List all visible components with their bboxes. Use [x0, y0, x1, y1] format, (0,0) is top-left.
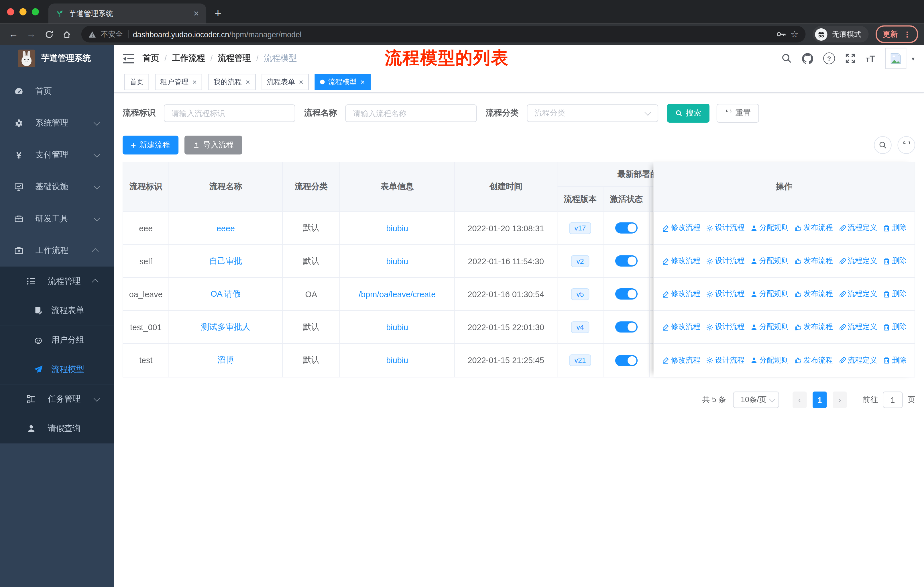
action-assign-link[interactable]: 分配规则 [750, 256, 789, 266]
bookmark-star-icon[interactable]: ☆ [790, 29, 799, 40]
action-assign-link[interactable]: 分配规则 [750, 289, 789, 299]
action-design-link[interactable]: 设计流程 [706, 289, 745, 299]
tab-close-icon[interactable]: ✕ [193, 10, 200, 18]
action-publish-link[interactable]: 发布流程 [794, 256, 833, 266]
tag-close-icon[interactable]: ✕ [246, 79, 250, 85]
action-assign-link[interactable]: 分配规则 [750, 356, 789, 365]
action-delete-link[interactable]: 删除 [883, 223, 906, 233]
action-publish-link[interactable]: 发布流程 [794, 223, 833, 233]
page-number-current[interactable]: 1 [813, 392, 827, 408]
reset-button[interactable]: 重置 [717, 104, 759, 123]
page-size-select[interactable]: 10条/页 [733, 392, 779, 408]
action-delete-link[interactable]: 删除 [883, 289, 906, 299]
close-window-icon[interactable] [7, 8, 14, 15]
action-publish-link[interactable]: 发布流程 [794, 356, 833, 365]
sidebar-item-10[interactable]: 任务管理 [0, 384, 114, 414]
password-key-icon[interactable] [776, 31, 786, 38]
process-key-input[interactable] [164, 104, 295, 122]
form-info-link[interactable]: biubiu [386, 356, 408, 365]
font-size-icon[interactable]: TT [866, 53, 875, 63]
goto-page-input[interactable] [883, 392, 903, 408]
process-name-input[interactable] [345, 104, 477, 122]
action-edit-link[interactable]: 修改流程 [662, 223, 700, 233]
action-edit-link[interactable]: 修改流程 [662, 289, 700, 299]
sidebar-item-1[interactable]: 系统管理 [0, 107, 114, 139]
table-refresh-button[interactable] [898, 136, 915, 154]
model-name-link[interactable]: 滔博 [218, 355, 234, 366]
update-button[interactable]: 更新 ⋮ [876, 25, 918, 43]
fullscreen-icon[interactable] [845, 53, 856, 64]
model-name-link[interactable]: eeee [216, 223, 235, 233]
action-delete-link[interactable]: 删除 [883, 256, 906, 266]
github-icon[interactable] [802, 53, 813, 64]
model-name-link[interactable]: 自己审批 [209, 256, 242, 266]
action-assign-link[interactable]: 分配规则 [750, 322, 789, 332]
tag-item[interactable]: 租户管理✕ [155, 74, 202, 90]
breadcrumb-item[interactable]: 首页 [143, 53, 159, 64]
new-tab-button[interactable]: + [214, 7, 221, 20]
tag-item[interactable]: 流程表单✕ [261, 74, 309, 90]
action-definition-link[interactable]: 流程定义 [838, 289, 877, 299]
action-delete-link[interactable]: 删除 [883, 356, 906, 365]
sidebar-item-2[interactable]: ¥支付管理 [0, 139, 114, 171]
sidebar-item-11[interactable]: 请假查询 [0, 414, 114, 443]
action-edit-link[interactable]: 修改流程 [662, 256, 700, 266]
home-icon[interactable] [59, 26, 74, 42]
action-edit-link[interactable]: 修改流程 [662, 322, 700, 332]
form-info-link[interactable]: /bpm/oa/leave/create [359, 289, 436, 299]
sidebar-item-6[interactable]: 流程管理 [0, 266, 114, 296]
sidebar-item-8[interactable]: 用户分组 [0, 326, 114, 355]
import-model-button[interactable]: 导入流程 [184, 136, 242, 154]
prev-page-button[interactable]: ‹ [792, 392, 807, 408]
form-info-link[interactable]: biubiu [386, 223, 408, 233]
active-toggle[interactable] [615, 255, 638, 266]
window-controls[interactable] [7, 8, 39, 15]
active-toggle[interactable] [615, 222, 638, 233]
form-info-link[interactable]: biubiu [386, 322, 408, 332]
action-definition-link[interactable]: 流程定义 [838, 322, 877, 332]
action-publish-link[interactable]: 发布流程 [794, 322, 833, 332]
reload-icon[interactable] [41, 26, 56, 42]
table-search-button[interactable] [874, 136, 892, 154]
action-assign-link[interactable]: 分配规则 [750, 223, 789, 233]
browser-tab[interactable]: 芋道管理系统 ✕ [48, 3, 206, 23]
active-toggle[interactable] [615, 355, 638, 366]
minimize-window-icon[interactable] [20, 8, 26, 15]
sidebar-item-3[interactable]: 基础设施 [0, 171, 114, 203]
action-design-link[interactable]: 设计流程 [706, 256, 745, 266]
tag-active[interactable]: 流程模型✕ [315, 74, 370, 90]
sidebar-item-9[interactable]: 流程模型 [0, 355, 114, 385]
browser-menu-icon[interactable]: ⋮ [903, 30, 911, 39]
breadcrumb-item[interactable]: 流程管理 [218, 53, 251, 64]
action-publish-link[interactable]: 发布流程 [794, 289, 833, 299]
sidebar-item-0[interactable]: 首页 [0, 75, 114, 107]
breadcrumb-item[interactable]: 工作流程 [172, 53, 205, 64]
action-delete-link[interactable]: 删除 [883, 322, 906, 332]
active-toggle[interactable] [615, 288, 638, 299]
maximize-window-icon[interactable] [32, 8, 39, 15]
action-definition-link[interactable]: 流程定义 [838, 223, 877, 233]
url-bar[interactable]: 不安全 dashboard.yudao.iocoder.cn/bpm/manag… [81, 26, 806, 43]
url-text[interactable]: dashboard.yudao.iocoder.cn/bpm/manager/m… [133, 30, 302, 39]
create-model-button[interactable]: + 新建流程 [122, 136, 178, 154]
forward-icon[interactable]: → [23, 26, 39, 42]
action-edit-link[interactable]: 修改流程 [662, 356, 700, 365]
avatar[interactable] [885, 48, 906, 69]
tag-close-icon[interactable]: ✕ [360, 79, 365, 85]
action-design-link[interactable]: 设计流程 [706, 223, 745, 233]
sidebar-item-5[interactable]: 工作流程 [0, 235, 114, 266]
action-definition-link[interactable]: 流程定义 [838, 356, 877, 365]
sidebar-item-7[interactable]: 流程表单 [0, 296, 114, 326]
model-name-link[interactable]: 测试多审批人 [201, 322, 251, 332]
search-icon[interactable] [781, 53, 792, 64]
tag-item[interactable]: 我的流程✕ [208, 74, 256, 90]
tag-item[interactable]: 首页 [124, 74, 149, 90]
action-design-link[interactable]: 设计流程 [706, 356, 745, 365]
action-design-link[interactable]: 设计流程 [706, 322, 745, 332]
sidebar-item-4[interactable]: 研发工具 [0, 203, 114, 235]
active-toggle[interactable] [615, 321, 638, 332]
help-icon[interactable]: ? [823, 53, 835, 64]
tag-close-icon[interactable]: ✕ [299, 79, 304, 85]
model-name-link[interactable]: OA 请假 [211, 289, 241, 299]
security-label[interactable]: 不安全 [101, 29, 123, 39]
